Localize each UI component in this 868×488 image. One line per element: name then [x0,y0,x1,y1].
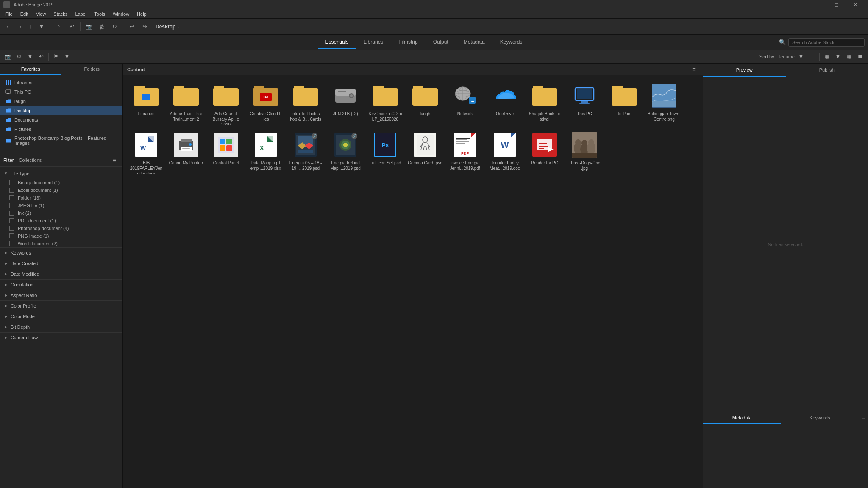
minimize-button[interactable]: – [809,0,827,9]
file-item-artscouncil[interactable]: Arts Council Bursary Ap...e 2019 [207,80,245,127]
tools-button[interactable]: ⚙ [14,52,24,61]
file-item-energiaireland[interactable]: 🔗 Energia Ireland Map ...2019.psd [326,129,364,176]
file-item-libraries[interactable]: Libraries [127,80,165,127]
rotate-left-button[interactable]: ↶ [67,22,77,32]
filter-tab[interactable]: Filter [3,157,14,164]
file-item-gemmacard[interactable]: Gemma Card .psd [406,129,444,176]
undo-button[interactable]: ↩ [127,22,137,32]
file-item-onedrive[interactable]: OneDrive [486,80,524,127]
filter-psd-checkbox[interactable] [9,226,14,231]
sidebar-item-libraries[interactable]: Libraries [0,78,122,87]
filter-excel-checkbox[interactable] [9,188,14,193]
filter-word[interactable]: Word document (2) [0,240,122,247]
content-options-button[interactable]: ≡ [689,65,698,74]
sidebar-item-documents[interactable]: Documents [0,115,122,125]
file-item-thispc[interactable]: This PC [565,80,604,127]
forward-button[interactable]: → [14,22,25,32]
filter-folder[interactable]: Folder (13) [0,194,122,202]
tab-filmstrip[interactable]: Filmstrip [391,36,425,49]
menu-label[interactable]: Label [72,11,90,17]
tools-dropdown-button[interactable]: ▼ [25,52,35,61]
filter-png-checkbox[interactable] [9,233,14,238]
file-item-controlpanel[interactable]: Control Panel [207,129,245,176]
nav-dropdown-button[interactable]: ▼ [36,22,47,32]
file-item-toprint[interactable]: To Print [605,80,643,127]
file-item-datamapping[interactable]: X Data Mapping T empl...2019.xlsx [247,129,285,176]
file-item-creativecloud[interactable]: Cc Creative Cloud F iles [247,80,285,127]
filter-folder-checkbox[interactable] [9,195,14,200]
filter-group-bitdepth-header[interactable]: ► Bit Depth [0,322,122,332]
file-item-bib2019[interactable]: W BIB 2019FARLEYJennifer.docx [127,129,165,176]
filter-png[interactable]: PNG image (1) [0,232,122,240]
grid-settings-button[interactable]: ⋭ [97,22,107,32]
filter-group-datecreated-header[interactable]: ► Date Created [0,258,122,269]
filter-group-datemodified-header[interactable]: ► Date Modified [0,269,122,279]
filter-excel[interactable]: Excel document (1) [0,186,122,194]
filter-group-colormode-header[interactable]: ► Color Mode [0,311,122,322]
sidebar-item-desktop[interactable]: Desktop [0,106,122,115]
file-item-canonprinter[interactable]: Canon My Printe r [167,129,205,176]
menu-tools[interactable]: Tools [91,11,108,17]
tab-metadata[interactable]: Metadata [456,36,492,49]
restore-button[interactable]: ◻ [827,0,846,9]
sidebar-item-photoshop-blog[interactable]: Photoshop Bootcamp Blog Posts – Featured… [0,134,122,147]
file-item-readerforpc[interactable]: Reader for PC [526,129,564,176]
sort-dropdown-button[interactable]: ▼ [796,52,806,61]
right-panel-preview-tab[interactable]: Preview [703,64,786,77]
file-item-kxvdriver[interactable]: KxvDriver_cCD_c LP_20150928 [366,80,404,127]
filter-group-orientation-header[interactable]: ► Orientation [0,280,122,290]
rotate-left-icon-button[interactable]: ↶ [36,52,46,61]
collections-tab[interactable]: Collections [19,157,42,164]
file-item-sharjah[interactable]: Sharjah Book Fe stival [526,80,564,127]
redo-button[interactable]: ↪ [139,22,150,32]
sidebar-item-thispc[interactable]: This PC [0,87,122,97]
close-button[interactable]: ✕ [846,0,865,9]
view-options-button[interactable]: ▦ [822,52,832,61]
camera-review-button[interactable]: 📷 [3,52,13,61]
favorites-tab[interactable]: Favorites [0,64,61,75]
menu-edit[interactable]: Edit [17,11,32,17]
filter-pdf-checkbox[interactable] [9,218,14,223]
menu-stacks[interactable]: Stacks [50,11,71,17]
file-item-adobetrain[interactable]: Adobe Train Th e Train...ment 2 [167,80,205,127]
breadcrumb[interactable]: Desktop [156,24,175,30]
labels-button[interactable]: ⚑ [51,52,61,61]
sort-direction-button[interactable]: ↑ [807,52,817,61]
grid-view-button[interactable]: ▦ [844,52,854,61]
menu-window[interactable]: Window [109,11,133,17]
menu-view[interactable]: View [33,11,50,17]
home-button[interactable]: ⌂ [54,22,64,32]
filter-group-filetype-header[interactable]: ► File Type [0,169,122,179]
nav-down-button[interactable]: ↓ [25,22,36,32]
file-item-jen2tb[interactable]: JEN 2TB (D:) [326,80,364,127]
right-panel-publish-tab[interactable]: Publish [786,64,868,77]
labels-dropdown-button[interactable]: ▼ [62,52,72,61]
folders-tab[interactable]: Folders [61,64,123,75]
file-item-laugh[interactable]: laugh [406,80,444,127]
filter-binary[interactable]: Binary document (1) [0,179,122,186]
file-item-jenniferfarley[interactable]: W Jennifer Farley Meat...2019.doc [486,129,524,176]
filter-ink-checkbox[interactable] [9,211,14,216]
file-item-balbriggan[interactable]: Balbriggan-Town-Centre.png [645,80,683,127]
filter-word-checkbox[interactable] [9,241,14,246]
camera-button[interactable]: 📷 [84,22,94,32]
tab-keywords[interactable]: Keywords [492,36,530,49]
file-item-fullicon[interactable]: Ps Full Icon Set.psd [366,129,404,176]
filter-clear-button[interactable]: ≡ [110,155,119,165]
filter-psd[interactable]: Photoshop document (4) [0,225,122,232]
view-dropdown-button[interactable]: ▼ [833,52,843,61]
filter-group-colorprofile-header[interactable]: ► Color Profile [0,301,122,311]
sidebar-item-laugh[interactable]: laugh [0,97,122,106]
right-bottom-options-button[interactable]: ≡ [859,412,868,421]
filter-pdf[interactable]: PDF document (1) [0,217,122,225]
menu-help[interactable]: Help [134,11,150,17]
keywords-tab[interactable]: Keywords [781,412,859,424]
sidebar-item-pictures[interactable]: Pictures [0,125,122,134]
menu-file[interactable]: File [2,11,16,17]
file-item-introphotoshop[interactable]: Intro To Photos hop & B... Cards [287,80,325,127]
file-item-network[interactable]: ☁ Network [446,80,484,127]
file-item-threedogs[interactable]: Three-Dogs-Grid .jpg [565,129,604,176]
metadata-tab[interactable]: Metadata [703,412,781,424]
stock-search-input[interactable] [788,38,865,47]
tab-output[interactable]: Output [426,36,456,49]
